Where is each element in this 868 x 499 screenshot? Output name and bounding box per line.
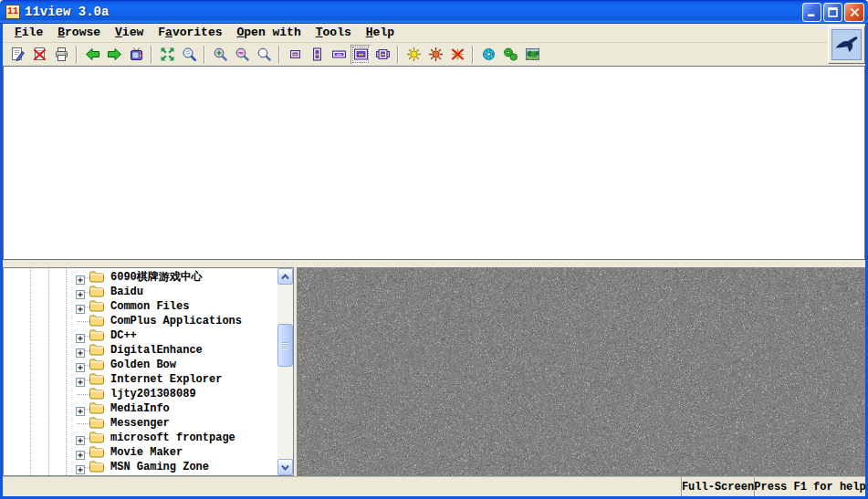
tree-item-label: Messenger	[110, 416, 170, 431]
tree-item[interactable]: DC++	[4, 328, 277, 343]
maximize-button[interactable]	[823, 3, 842, 22]
folder-icon	[89, 373, 104, 385]
tree-item[interactable]: ComPlus Applications	[4, 314, 277, 328]
title-bar: 11 11view 3.0a	[0, 0, 868, 24]
tree-item-label: MediaInfo	[110, 401, 170, 416]
tree-item[interactable]: MediaInfo	[4, 401, 277, 416]
toolbar-button-preview-magnifier[interactable]	[179, 45, 199, 65]
toolbar-button-sun-warm[interactable]	[425, 45, 445, 65]
expand-plus-icon[interactable]	[76, 375, 85, 384]
folder-icon	[89, 359, 104, 370]
expand-plus-icon[interactable]	[76, 346, 85, 355]
pointer-tool-button[interactable]	[828, 26, 865, 64]
scroll-down-button[interactable]	[277, 459, 293, 475]
menu-item-file[interactable]: File	[7, 24, 50, 42]
toolbar-button-sun-off[interactable]	[447, 45, 467, 65]
tree-item[interactable]: microsoft frontpage	[4, 431, 277, 445]
menu-item-tools[interactable]: Tools	[309, 24, 359, 42]
edit-icon	[10, 47, 26, 62]
wallpaper-icon	[525, 47, 540, 62]
tree-item[interactable]: Golden Bow	[4, 358, 277, 372]
scroll-thumb[interactable]	[277, 324, 293, 367]
toolbar-button-settings-gear[interactable]	[478, 45, 498, 65]
toolbar-button-batch-gears[interactable]	[500, 45, 520, 65]
folder-icon	[89, 344, 104, 356]
layout-horizontal-icon	[331, 47, 347, 62]
tree-item[interactable]: Baidu	[4, 285, 277, 299]
folder-icon	[89, 431, 104, 443]
tree-item[interactable]: DigitalEnhance	[4, 343, 277, 358]
tree-item-label: ComPlus Applications	[110, 314, 242, 328]
window-title: 11view 3.0a	[25, 5, 802, 19]
menu-item-favorites[interactable]: Favorites	[151, 24, 229, 42]
minimize-button[interactable]	[802, 3, 821, 22]
toolbar-separator	[151, 46, 152, 64]
expand-plus-icon[interactable]	[76, 287, 85, 296]
toolbar-button-edit[interactable]	[7, 45, 27, 65]
toolbar-button-zoom-out[interactable]	[232, 45, 252, 65]
tree-connector-line	[77, 423, 89, 424]
toolbar-button-print[interactable]	[51, 45, 71, 65]
toolbar-button-sun-bright[interactable]	[403, 45, 424, 65]
folder-icon	[89, 446, 104, 458]
toolbar-button-forward[interactable]	[104, 45, 124, 65]
app-icon: 11	[5, 5, 20, 19]
toolbar-button-layout-vertical[interactable]	[307, 45, 327, 65]
expand-plus-icon[interactable]	[76, 360, 85, 369]
tree-item[interactable]: 6090棋牌游戏中心	[4, 270, 277, 285]
status-message	[3, 477, 681, 496]
minimize-icon	[804, 5, 820, 20]
tree-item[interactable]: Messenger	[4, 416, 277, 431]
expand-plus-icon[interactable]	[76, 302, 85, 311]
toolbar-button-layout-full[interactable]	[350, 45, 371, 65]
close-button[interactable]	[844, 3, 864, 22]
tree-item-label: microsoft frontpage	[110, 431, 235, 445]
toolbar-separator	[204, 46, 205, 64]
menu-item-browse[interactable]: Browse	[50, 24, 108, 42]
browse-content-pane	[297, 267, 865, 476]
tree-item[interactable]: Common Files	[4, 299, 277, 314]
toolbar-separator	[76, 46, 78, 64]
toolbar-button-fullscreen[interactable]	[157, 45, 177, 65]
tree-item[interactable]: ljty201308089	[4, 387, 277, 401]
menu-item-open-with[interactable]: Open with	[230, 24, 309, 42]
chevron-down-icon	[279, 462, 291, 473]
toolbar-separator	[278, 46, 280, 64]
toolbar-button-delete[interactable]	[29, 45, 49, 65]
expand-plus-icon[interactable]	[76, 433, 85, 442]
tree-item-label: DC++	[110, 328, 137, 343]
expand-plus-icon[interactable]	[76, 331, 85, 340]
tree-scrollbar[interactable]	[277, 268, 293, 475]
toolbar-button-zoom[interactable]	[254, 45, 274, 65]
expand-plus-icon[interactable]	[76, 448, 85, 457]
toolbar-button-tv-slideshow[interactable]	[126, 45, 146, 65]
zoom-icon	[256, 47, 272, 62]
fullscreen-icon	[160, 47, 175, 62]
toolbar-separator	[472, 46, 474, 64]
help-status: Press F1 for help	[754, 477, 865, 496]
settings-gear-icon	[481, 47, 497, 62]
toolbar-button-wallpaper[interactable]	[522, 45, 542, 65]
toolbar-button-layout-horizontal[interactable]	[329, 45, 349, 65]
scroll-up-button[interactable]	[277, 268, 293, 285]
tree-item-label: ljty201308089	[110, 387, 196, 401]
folder-icon	[89, 286, 104, 297]
toolbar-button-back[interactable]	[82, 45, 102, 65]
tree-item-label: 6090棋牌游戏中心	[110, 270, 203, 285]
tree-item[interactable]: Internet Explorer	[4, 372, 277, 387]
folder-icon	[89, 329, 104, 341]
expand-plus-icon[interactable]	[76, 273, 85, 282]
expand-plus-icon[interactable]	[76, 463, 85, 472]
menu-item-view[interactable]: View	[108, 24, 151, 42]
zoom-in-icon	[213, 47, 228, 62]
tree-item[interactable]: Movie Maker	[4, 445, 277, 460]
expand-plus-icon[interactable]	[76, 404, 85, 413]
toolbar-button-layout-small[interactable]	[285, 45, 305, 65]
tree-item[interactable]: MSN Gaming Zone	[4, 460, 277, 474]
toolbar-button-layout-panels[interactable]	[372, 45, 392, 65]
folder-icon	[89, 402, 104, 414]
toolbar-separator	[397, 46, 399, 64]
menu-item-help[interactable]: Help	[359, 24, 402, 42]
toolbar-button-zoom-in[interactable]	[210, 45, 230, 65]
maximize-icon	[825, 5, 841, 20]
